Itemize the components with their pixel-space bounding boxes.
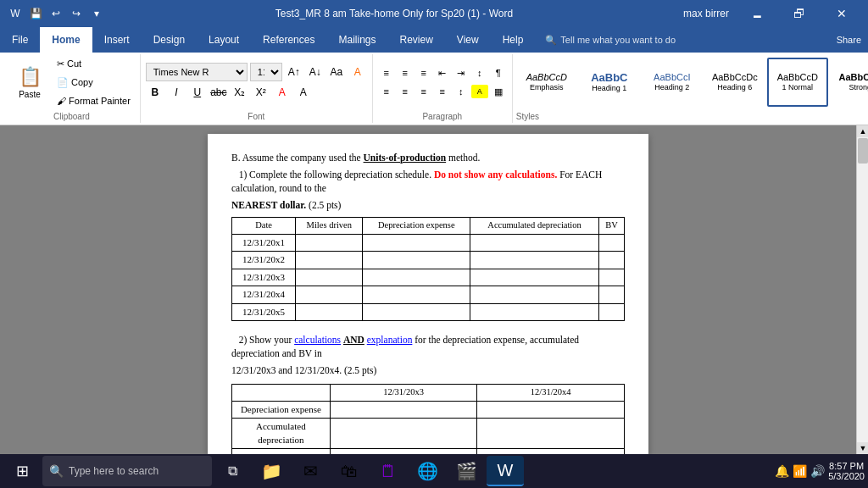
redo-btn[interactable]: ↪ — [68, 5, 85, 22]
paste-btn[interactable]: 📋 Paste — [8, 58, 51, 107]
style-heading1[interactable]: AaBbC Heading 1 — [579, 58, 640, 107]
shading-btn[interactable]: A — [471, 85, 488, 98]
cut-btn[interactable]: ✂ Cut — [53, 55, 135, 72]
superscript-btn[interactable]: X² — [252, 83, 270, 102]
store-btn[interactable]: 🛍 — [331, 456, 368, 486]
decrease-font-btn[interactable]: A↓ — [306, 63, 325, 81]
align-right-btn[interactable]: ≡ — [415, 83, 432, 100]
mail-btn[interactable]: ✉ — [292, 456, 329, 486]
date-cell: 12/31/20x3 — [232, 269, 296, 286]
format-painter-btn[interactable]: 🖌 Format Painter — [53, 92, 135, 109]
search-btn[interactable]: 🔍 Type here to search — [42, 456, 212, 486]
decrease-indent-btn[interactable]: ⇤ — [434, 64, 451, 81]
pts1-text: (2.5 pts) — [309, 200, 341, 210]
style-emphasis-preview: AaBbCcD — [526, 72, 567, 83]
depr-exp-cell — [363, 286, 470, 303]
increase-indent-btn[interactable]: ⇥ — [453, 64, 470, 81]
restore-btn[interactable]: 🗗 — [780, 0, 819, 27]
start-btn[interactable]: ⊞ — [3, 456, 41, 486]
clock[interactable]: 8:57 PM 5/3/2020 — [828, 461, 865, 481]
folder-icon: 📁 — [261, 461, 282, 481]
underline-btn[interactable]: U — [188, 83, 207, 102]
table-row: Accumulated depreciation — [232, 419, 625, 449]
subscript-btn[interactable]: X₂ — [231, 83, 249, 102]
onenote-btn[interactable]: 🗒 — [370, 456, 407, 486]
warning-text: Do not show any calculations. — [434, 169, 557, 180]
vertical-scrollbar[interactable]: ▲ ▼ — [856, 125, 868, 454]
accum-depr-cell — [470, 269, 599, 286]
date-cell: 12/31/20x4 — [232, 286, 296, 303]
depr-exp-cell — [363, 235, 470, 252]
bv-cell — [598, 252, 624, 269]
bullets-btn[interactable]: ≡ — [378, 64, 395, 81]
scroll-thumb[interactable] — [858, 138, 868, 164]
edge-icon: 🌐 — [417, 461, 438, 481]
clear-format-btn[interactable]: Aa — [327, 63, 346, 81]
tab-design[interactable]: Design — [142, 27, 197, 53]
style-normal[interactable]: AaBbCcD 1 Normal — [767, 58, 828, 107]
scroll-down-btn[interactable]: ▼ — [857, 442, 868, 454]
paragraph-content: ≡ ≡ ≡ ⇤ ⇥ ↕ ¶ ≡ ≡ ≡ ≡ ↕ A ▦ — [378, 54, 507, 110]
miles-cell — [296, 286, 363, 303]
paragraph-label: Paragraph — [422, 110, 462, 123]
strikethrough-btn[interactable]: abc — [209, 83, 228, 102]
scroll-up-btn[interactable]: ▲ — [857, 125, 868, 137]
task-view-btn[interactable]: ⧉ — [214, 456, 251, 486]
copy-btn[interactable]: 📄 Copy — [53, 74, 135, 91]
customize-btn[interactable]: ▾ — [88, 5, 105, 22]
font-name-selector[interactable]: Times New R — [146, 63, 248, 81]
font-size-selector[interactable]: 11 — [250, 63, 282, 81]
search-icon: 🔍 — [49, 464, 64, 478]
borders-btn[interactable]: ▦ — [490, 83, 507, 100]
quick-access-toolbar: W 💾 ↩ ↪ ▾ — [7, 5, 105, 22]
style-strong[interactable]: AaBbCcD Strong — [830, 58, 868, 107]
depreciation-table: Date Miles driven Depreciation expense A… — [231, 217, 625, 321]
share-btn[interactable]: Share — [837, 35, 861, 45]
highlight-btn[interactable]: A — [348, 63, 367, 81]
tell-me-field[interactable]: Tell me what you want to do — [560, 35, 676, 45]
ribbon-body: 📋 Paste ✂ Cut 📄 Copy 🖌 Format Painter Cl… — [0, 53, 868, 125]
line-spacing-btn[interactable]: ↕ — [453, 83, 470, 100]
increase-font-btn[interactable]: A↑ — [285, 63, 303, 81]
tab-help[interactable]: Help — [491, 27, 536, 53]
word-taskbar-btn[interactable]: W — [487, 456, 524, 486]
tab-file[interactable]: File — [0, 27, 40, 53]
align-left-btn[interactable]: ≡ — [378, 83, 395, 100]
align-justify-btn[interactable]: ≡ — [434, 83, 451, 100]
italic-btn[interactable]: I — [167, 83, 186, 102]
sort-btn[interactable]: ↕ — [471, 64, 488, 81]
tab-review[interactable]: Review — [387, 27, 444, 53]
tab-mailings[interactable]: Mailings — [326, 27, 387, 53]
align-center-btn[interactable]: ≡ — [397, 83, 414, 100]
text-color-btn[interactable]: A — [273, 83, 292, 102]
styles-group: AaBbCcD Emphasis AaBbC Heading 1 AaBbCcI… — [513, 54, 868, 123]
search-placeholder[interactable]: Type here to search — [69, 465, 159, 477]
media-btn[interactable]: 🎬 — [448, 456, 485, 486]
style-emphasis[interactable]: AaBbCcD Emphasis — [516, 58, 577, 107]
style-heading6[interactable]: AaBbCcDc Heading 6 — [704, 58, 765, 107]
accum-depr-cell — [470, 235, 599, 252]
edge-btn[interactable]: 🌐 — [409, 456, 446, 486]
tab-references[interactable]: References — [251, 27, 326, 53]
show-marks-btn[interactable]: ¶ — [490, 64, 507, 81]
minimize-btn[interactable]: 🗕 — [737, 0, 776, 27]
styles-label: Styles — [516, 110, 539, 123]
text-highlight-btn[interactable]: A — [294, 83, 313, 102]
numbered-list-btn[interactable]: ≡ — [397, 64, 414, 81]
close-btn[interactable]: ✕ — [822, 0, 861, 27]
bold-btn[interactable]: B — [146, 83, 164, 102]
tab-home[interactable]: Home — [40, 27, 92, 53]
tab-view[interactable]: View — [445, 27, 491, 53]
save-btn[interactable]: 💾 — [27, 5, 44, 22]
multilevel-list-btn[interactable]: ≡ — [415, 64, 432, 81]
accum-depr-x3 — [330, 419, 477, 449]
file-explorer-btn[interactable]: 📁 — [253, 456, 290, 486]
calculation-table: 12/31/20x3 12/31/20x4 Depreciation expen… — [231, 384, 625, 454]
undo-btn[interactable]: ↩ — [47, 5, 64, 22]
style-heading2[interactable]: AaBbCcI Heading 2 — [642, 58, 703, 107]
style-normal-preview: AaBbCcD — [777, 72, 818, 83]
tab-insert[interactable]: Insert — [92, 27, 142, 53]
tab-layout[interactable]: Layout — [197, 27, 251, 53]
paste-label: Paste — [19, 90, 41, 99]
clipboard-group: 📋 Paste ✂ Cut 📄 Copy 🖌 Format Painter Cl… — [3, 54, 141, 123]
